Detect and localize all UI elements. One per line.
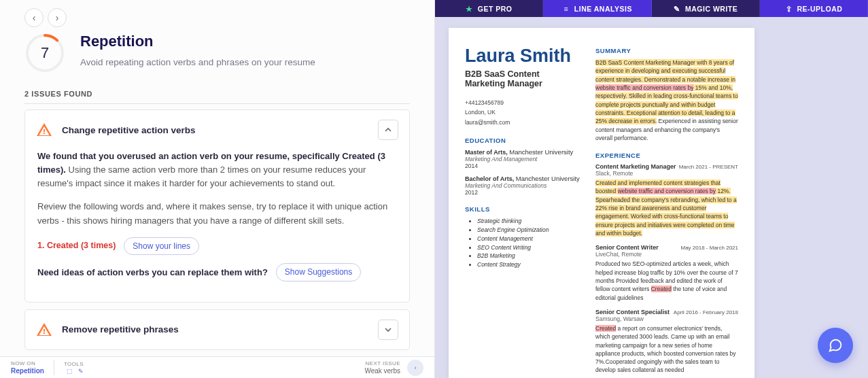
role-title: Content Marketing Manager bbox=[595, 163, 676, 170]
role-company: Samsung, Warsaw bbox=[595, 315, 738, 322]
tab-reupload[interactable]: ⇪RE-UPLOAD bbox=[760, 0, 868, 17]
summary-text: B2B SaaS Content Marketing Manager with … bbox=[595, 58, 738, 142]
next-issue-button[interactable]: › bbox=[407, 360, 423, 376]
resume-phone: +44123456789 bbox=[465, 98, 580, 107]
prev-button[interactable]: ‹ bbox=[24, 8, 44, 27]
expand-button[interactable] bbox=[378, 320, 398, 340]
edu-subject: Marketing And Management bbox=[465, 156, 580, 162]
role-desc: Created a report on consumer electronics… bbox=[595, 324, 738, 375]
show-suggestions-button[interactable]: Show Suggestions bbox=[276, 263, 361, 281]
tools-label: TOOLS bbox=[64, 361, 84, 367]
issue-title: Remove repetitive phrases bbox=[62, 324, 368, 334]
role-title: Senior Content Specialist bbox=[595, 309, 670, 315]
list-item: B2B Marketing bbox=[477, 252, 580, 260]
issue-intro-rest: Using the same action verb more than 2 t… bbox=[37, 165, 366, 188]
collapse-button[interactable] bbox=[378, 120, 398, 140]
resume-preview: Laura Smith B2B SaaS Content Marketing M… bbox=[449, 28, 754, 378]
list-item: Content Management bbox=[477, 235, 580, 243]
edu-degree: Bachelor of Arts, bbox=[465, 175, 514, 182]
edu-degree: Master of Arts, bbox=[465, 149, 508, 156]
analysis-icon: ≡ bbox=[562, 5, 570, 13]
repeated-word-item: 1. Created (3 times) bbox=[37, 239, 116, 252]
page-title: Repetition bbox=[80, 33, 315, 50]
edu-subject: Marketing And Communications bbox=[465, 182, 580, 189]
tab-line-analysis[interactable]: ≡LINE ANALYSIS bbox=[543, 0, 651, 17]
analysis-panel: ‹ › 7 Repetition Avoid repeating action … bbox=[0, 0, 435, 378]
wand-icon: ✎ bbox=[673, 5, 681, 13]
next-button[interactable]: › bbox=[48, 8, 67, 27]
suggestion-prompt: Need ideas of action verbs you can repla… bbox=[37, 266, 268, 279]
issue-advice: Review the following words and, where it… bbox=[37, 200, 397, 227]
edu-school: Manchester University bbox=[508, 148, 574, 156]
role-date: May 2018 - March 2021 bbox=[681, 245, 739, 251]
list-item: Strategic thinking bbox=[477, 217, 580, 226]
role-date: March 2021 - PRESENT bbox=[679, 164, 738, 170]
role-desc: Created and implemented content strategi… bbox=[595, 179, 738, 237]
page-subtitle: Avoid repeating action verbs and phrases… bbox=[80, 57, 315, 67]
role-company: LiveChat, Remote bbox=[595, 251, 738, 258]
role-title: Senior Content Writer bbox=[595, 244, 659, 251]
list-item: SEO Content Writing bbox=[477, 243, 580, 252]
footer-bar: NOW ON Repetition TOOLS ⬚ ✎ NEXT ISSUE W… bbox=[0, 356, 434, 378]
resume-name: Laura Smith bbox=[465, 47, 580, 65]
next-issue-value: Weak verbs bbox=[364, 367, 400, 375]
tab-bar: ★GET PRO ≡LINE ANALYSIS ✎MAGIC WRITE ⇪RE… bbox=[435, 0, 868, 17]
upload-icon: ⇪ bbox=[784, 5, 793, 13]
tool-icon[interactable]: ⬚ bbox=[67, 368, 73, 375]
warning-icon bbox=[36, 322, 52, 338]
tab-get-pro[interactable]: ★GET PRO bbox=[435, 0, 543, 17]
issue-card-action-verbs: Change repetitive action verbs We found … bbox=[24, 109, 410, 303]
show-lines-button[interactable]: Show your lines bbox=[124, 237, 199, 256]
experience-label: EXPERIENCE bbox=[595, 152, 738, 159]
edu-year: 2014 bbox=[465, 162, 580, 169]
resume-email: laura@smith.com bbox=[465, 118, 580, 127]
list-item: Search Engine Optimization bbox=[477, 226, 580, 235]
tool-icon[interactable]: ✎ bbox=[78, 368, 84, 375]
role-date: April 2016 - February 2018 bbox=[674, 309, 738, 315]
next-issue-label: NEXT ISSUE bbox=[364, 360, 400, 366]
edu-year: 2012 bbox=[465, 189, 580, 196]
resume-location: London, UK bbox=[465, 107, 580, 117]
role-company: Slack, Remote bbox=[595, 170, 738, 177]
issue-title: Change repetitive action verbs bbox=[62, 125, 368, 135]
chat-button[interactable] bbox=[818, 328, 853, 363]
list-item: Content Strategy bbox=[477, 260, 580, 269]
issue-card-phrases: Remove repetitive phrases bbox=[24, 309, 410, 350]
summary-label: SUMMARY bbox=[595, 47, 738, 54]
now-on-label: NOW ON bbox=[11, 360, 44, 366]
score-ring: 7 bbox=[24, 33, 65, 73]
resume-title: B2B SaaS Content Marketing Manager bbox=[465, 69, 580, 88]
skills-label: SKILLS bbox=[465, 205, 580, 213]
education-label: EDUCATION bbox=[465, 137, 580, 144]
edu-school: Manchester University bbox=[514, 175, 580, 182]
star-icon: ★ bbox=[466, 5, 474, 13]
tab-magic-write[interactable]: ✎MAGIC WRITE bbox=[652, 0, 760, 17]
now-on-value[interactable]: Repetition bbox=[11, 367, 44, 375]
preview-panel: ★GET PRO ≡LINE ANALYSIS ✎MAGIC WRITE ⇪RE… bbox=[435, 0, 868, 378]
issues-found-label: 2 ISSUES FOUND bbox=[24, 90, 410, 104]
warning-icon bbox=[36, 122, 52, 138]
score-value: 7 bbox=[24, 33, 65, 73]
skills-list: Strategic thinking Search Engine Optimiz… bbox=[465, 217, 580, 269]
role-desc: Produced two SEO-optimized articles a we… bbox=[595, 260, 738, 302]
